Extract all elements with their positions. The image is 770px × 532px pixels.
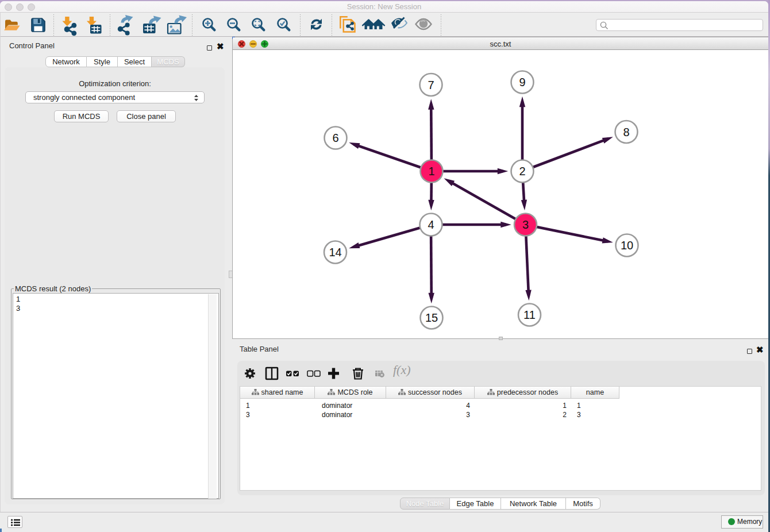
svg-text:4: 4 [428, 218, 434, 231]
svg-text:9: 9 [519, 76, 525, 88]
svg-text:10: 10 [621, 239, 633, 252]
svg-text:8: 8 [623, 126, 629, 138]
svg-text:2: 2 [519, 165, 525, 178]
svg-text:3: 3 [522, 218, 529, 231]
svg-text:14: 14 [329, 246, 341, 259]
svg-text:6: 6 [332, 132, 338, 144]
svg-text:1: 1 [428, 165, 434, 178]
svg-text:15: 15 [425, 311, 438, 324]
svg-text:7: 7 [428, 79, 434, 91]
svg-text:11: 11 [523, 309, 536, 321]
